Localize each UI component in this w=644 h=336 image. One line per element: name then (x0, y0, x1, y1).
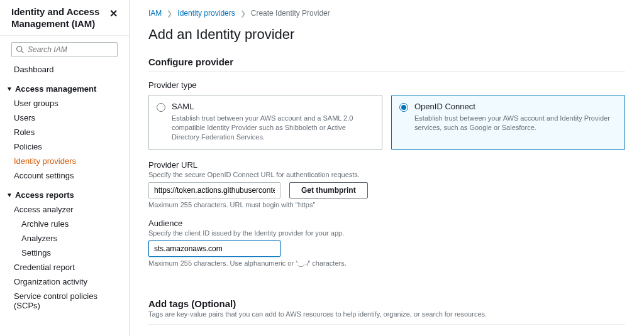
caret-down-icon: ▼ (6, 192, 13, 198)
provider-url-input[interactable] (148, 182, 280, 198)
nav-analyzers[interactable]: Analyzers (3, 231, 126, 246)
audience-label: Audience (148, 219, 625, 228)
tags-section: Add tags (Optional) Tags are key-value p… (148, 298, 625, 325)
nav-users[interactable]: Users (3, 111, 126, 125)
search-box[interactable] (11, 42, 118, 57)
sidebar-header: Identity and Access Management (IAM) ✕ (0, 0, 129, 36)
nav-settings[interactable]: Settings (3, 246, 126, 260)
breadcrumb-current: Create Identity Provider (251, 9, 330, 18)
nav-group-access-management[interactable]: ▼ Access management (3, 82, 126, 96)
sidebar-title: Identity and Access Management (IAM) (11, 6, 107, 30)
tags-title: Add tags (Optional) (148, 298, 625, 309)
provider-url-help: Specify the secure OpenID Connect URL fo… (148, 171, 625, 178)
chevron-right-icon: ❯ (240, 9, 246, 18)
svg-point-0 (17, 46, 22, 51)
get-thumbprint-button[interactable]: Get thumbprint (289, 182, 368, 198)
provider-type-row: SAML Establish trust between your AWS ac… (148, 95, 625, 150)
radio-icon (157, 103, 165, 112)
provider-type-label: Provider type (148, 80, 625, 90)
nav-access-analyzer[interactable]: Access analyzer (3, 202, 126, 217)
nav-group-access-reports[interactable]: ▼ Access reports (3, 188, 126, 202)
search-icon (16, 45, 24, 53)
provider-oidc-desc: Establish trust between your AWS account… (414, 114, 617, 133)
nav-group-label: Access management (15, 84, 96, 94)
nav: Dashboard ▼ Access management User group… (0, 62, 129, 319)
divider (148, 324, 625, 325)
main: IAM ❯ Identity providers ❯ Create Identi… (130, 0, 644, 336)
provider-url-hint: Maximum 255 characters. URL must begin w… (148, 201, 625, 209)
provider-saml-name: SAML (172, 102, 374, 111)
nav-scps[interactable]: Service control policies (SCPs) (3, 289, 126, 313)
nav-credential-report[interactable]: Credential report (3, 260, 126, 274)
audience-row: Audience Specify the client ID issued by… (148, 219, 625, 267)
search-input[interactable] (28, 45, 113, 54)
configure-provider-title: Configure provider (148, 57, 625, 67)
nav-roles[interactable]: Roles (3, 125, 126, 139)
caret-down-icon: ▼ (6, 85, 13, 92)
provider-oidc-name: OpenID Connect (414, 102, 617, 111)
breadcrumb-identity-providers[interactable]: Identity providers (177, 9, 235, 18)
provider-url-row: Provider URL Specify the secure OpenID C… (148, 160, 625, 209)
chevron-right-icon: ❯ (167, 9, 172, 18)
radio-icon (399, 103, 408, 112)
provider-saml-desc: Establish trust between your AWS account… (172, 114, 374, 142)
nav-archive-rules[interactable]: Archive rules (3, 217, 126, 231)
close-icon[interactable]: ✕ (107, 6, 120, 21)
search-wrap (0, 36, 129, 62)
nav-policies[interactable]: Policies (3, 139, 126, 154)
audience-hint: Maximum 255 characters. Use alphanumeric… (148, 259, 625, 267)
provider-card-oidc[interactable]: OpenID Connect Establish trust between y… (391, 95, 625, 150)
nav-user-groups[interactable]: User groups (3, 96, 126, 111)
nav-identity-providers[interactable]: Identity providers (3, 154, 126, 168)
nav-organization-activity[interactable]: Organization activity (3, 274, 126, 289)
provider-url-label: Provider URL (148, 160, 625, 170)
nav-dashboard[interactable]: Dashboard (3, 62, 126, 77)
audience-input[interactable] (148, 241, 280, 257)
breadcrumb: IAM ❯ Identity providers ❯ Create Identi… (148, 9, 625, 18)
page-title: Add an Identity provider (148, 26, 625, 43)
sidebar: Identity and Access Management (IAM) ✕ D… (0, 0, 130, 336)
breadcrumb-iam[interactable]: IAM (148, 9, 162, 18)
nav-group-label: Access reports (15, 190, 74, 200)
audience-help: Specify the client ID issued by the Iden… (148, 229, 625, 237)
provider-card-saml[interactable]: SAML Establish trust between your AWS ac… (148, 95, 382, 150)
svg-line-1 (21, 51, 23, 53)
tags-desc: Tags are key-value pairs that you can ad… (148, 310, 625, 318)
configure-section: Provider type SAML Establish trust betwe… (148, 71, 625, 267)
nav-account-settings[interactable]: Account settings (3, 168, 126, 183)
